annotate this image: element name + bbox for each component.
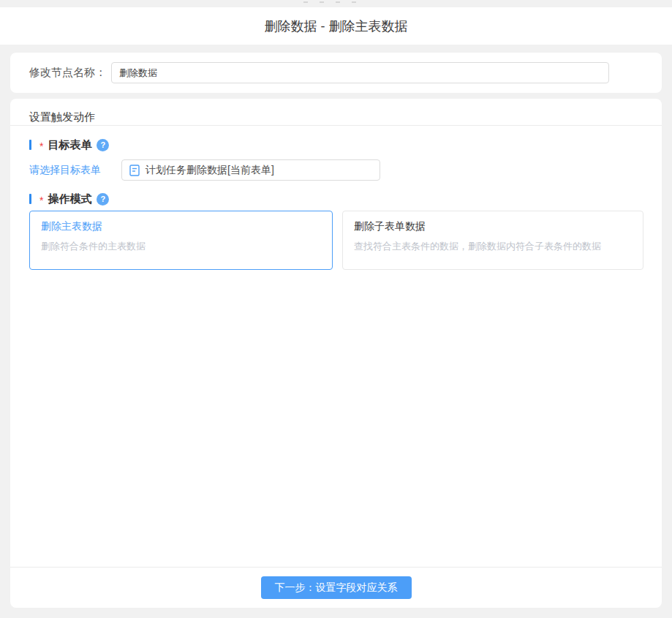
operation-mode-field-header: * 操作模式 ? <box>29 192 643 206</box>
target-form-field-header: * 目标表单 ? <box>29 137 643 152</box>
target-form-label: 目标表单 <box>48 138 91 152</box>
required-asterisk: * <box>39 140 43 152</box>
dialog-title-bar: 删除数据 - 删除主表数据 <box>0 7 672 45</box>
next-step-button[interactable]: 下一步：设置字段对应关系 <box>261 576 412 599</box>
field-accent-bar <box>29 140 31 150</box>
mode-option-description: 查找符合主表条件的数据，删除数据内符合子表条件的数据 <box>354 240 632 253</box>
mode-option-delete-main-table[interactable]: 删除主表数据 删除符合条件的主表数据 <box>29 211 333 270</box>
trigger-settings-card: 设置触发动作 * 目标表单 ? 请选择目标表单 计划任务删除数据[当前表单] <box>10 99 662 608</box>
section-title: 设置触发动作 <box>10 99 662 125</box>
operation-mode-options: 删除主表数据 删除符合条件的主表数据 删除子表单数据 查找符合主表条件的数据，删… <box>29 211 643 270</box>
field-accent-bar <box>29 194 31 204</box>
top-strip <box>0 0 672 7</box>
mode-option-title: 删除子表单数据 <box>354 220 632 233</box>
mode-option-description: 删除符合条件的主表数据 <box>41 240 321 253</box>
page-title: 删除数据 - 删除主表数据 <box>265 18 408 35</box>
select-target-form-link[interactable]: 请选择目标表单 <box>29 164 121 177</box>
required-asterisk: * <box>39 195 43 206</box>
help-icon[interactable]: ? <box>97 139 109 151</box>
node-name-label: 修改节点名称： <box>29 66 111 80</box>
mode-option-delete-subform[interactable]: 删除子表单数据 查找符合主表条件的数据，删除数据内符合子表条件的数据 <box>342 211 643 270</box>
selected-form-name: 计划任务删除数据[当前表单] <box>146 164 274 177</box>
operation-mode-label: 操作模式 <box>48 192 91 206</box>
mode-option-title: 删除主表数据 <box>41 220 321 233</box>
help-icon[interactable]: ? <box>97 193 109 206</box>
selected-form-box[interactable]: 计划任务删除数据[当前表单] <box>121 159 380 181</box>
clipped-content-artifact <box>303 1 356 3</box>
node-name-card: 修改节点名称： <box>10 53 662 93</box>
node-name-input[interactable] <box>111 62 609 83</box>
form-document-icon <box>129 165 140 176</box>
trigger-settings-content: * 目标表单 ? 请选择目标表单 计划任务删除数据[当前表单] * 操作模式 <box>10 126 662 567</box>
target-form-select-row: 请选择目标表单 计划任务删除数据[当前表单] <box>29 159 643 181</box>
footer: 下一步：设置字段对应关系 <box>10 567 662 608</box>
